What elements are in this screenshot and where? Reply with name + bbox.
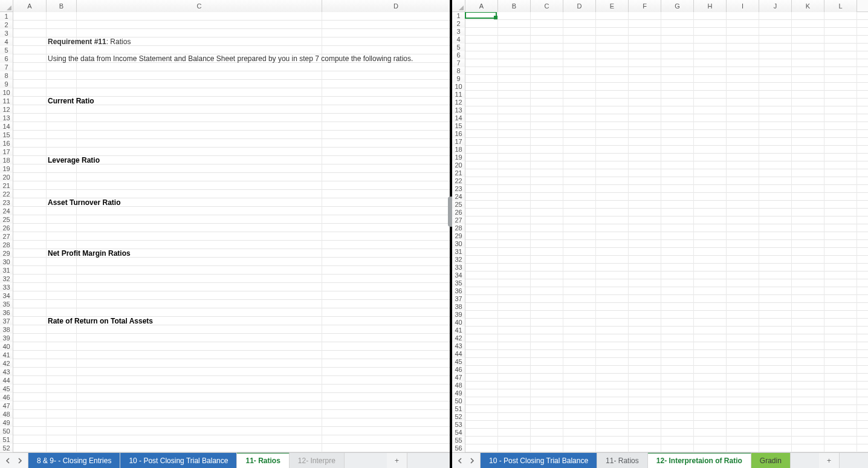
cell-A23[interactable] (465, 185, 498, 193)
cell-J22[interactable] (759, 177, 792, 185)
cell-J38[interactable] (759, 303, 792, 311)
row-header-27[interactable]: 27 (0, 232, 13, 241)
cell-B26[interactable] (47, 224, 77, 232)
cell-E19[interactable] (596, 154, 629, 161)
cell-L28[interactable] (824, 224, 857, 232)
cell-I22[interactable] (727, 177, 759, 185)
cell-K53[interactable] (792, 421, 824, 429)
cell-D20[interactable] (322, 173, 450, 181)
cell-I4[interactable] (727, 36, 759, 44)
cell-J41[interactable] (759, 327, 792, 334)
cell-E11[interactable] (596, 91, 629, 99)
cell-E51[interactable] (596, 405, 629, 413)
cell-C44[interactable] (531, 350, 563, 358)
cell-D32[interactable] (563, 256, 596, 264)
cell-I50[interactable] (727, 397, 759, 405)
cell-B31[interactable] (498, 248, 531, 256)
row-header-31[interactable]: 31 (0, 266, 13, 275)
cell-D15[interactable] (563, 122, 596, 130)
cell-J21[interactable] (759, 169, 792, 177)
cell-A50[interactable] (13, 427, 47, 435)
cell-C11[interactable] (531, 91, 563, 99)
cell-F8[interactable] (629, 67, 661, 75)
cell-B9[interactable] (498, 75, 531, 83)
cell-B5[interactable] (498, 44, 531, 51)
cell-C33[interactable] (531, 264, 563, 271)
cell-D5[interactable] (322, 46, 450, 54)
cell-F21[interactable] (629, 169, 661, 177)
cell-J13[interactable] (759, 106, 792, 114)
cell-I40[interactable] (727, 319, 759, 327)
cell-L6[interactable] (824, 51, 857, 59)
cell-F23[interactable] (629, 185, 661, 193)
cell-K5[interactable] (792, 44, 824, 51)
cell-F27[interactable] (629, 216, 661, 224)
col-header-G[interactable]: G (661, 0, 694, 12)
cell-A52[interactable] (13, 444, 47, 452)
cell-G21[interactable] (661, 169, 694, 177)
cell-B2[interactable] (47, 21, 77, 29)
cell-D13[interactable] (322, 114, 450, 122)
row-header-23[interactable]: 23 (0, 198, 13, 207)
cell-D40[interactable] (563, 319, 596, 327)
cell-B30[interactable] (47, 258, 77, 266)
cell-D24[interactable] (322, 207, 450, 215)
col-header-C[interactable]: C (77, 0, 322, 12)
cell-A55[interactable] (465, 437, 498, 444)
cell-G10[interactable] (661, 83, 694, 91)
cell-B15[interactable] (47, 131, 77, 139)
cell-H32[interactable] (694, 256, 727, 264)
row-header-22[interactable]: 22 (452, 177, 465, 185)
cell-A44[interactable] (465, 350, 498, 358)
cell-F18[interactable] (629, 146, 661, 154)
cell-J25[interactable] (759, 201, 792, 209)
cell-D3[interactable] (322, 29, 450, 37)
cell-J47[interactable] (759, 374, 792, 382)
cell-A9[interactable] (13, 80, 47, 88)
cell-F26[interactable] (629, 209, 661, 216)
cell-G39[interactable] (661, 311, 694, 319)
cell-J19[interactable] (759, 154, 792, 161)
cell-A8[interactable] (13, 71, 47, 80)
cell-G52[interactable] (661, 413, 694, 421)
cell-C5[interactable] (531, 44, 563, 51)
cell-L24[interactable] (824, 193, 857, 201)
cell-B21[interactable] (498, 169, 531, 177)
cell-I48[interactable] (727, 382, 759, 389)
row-header-14[interactable]: 14 (452, 114, 465, 122)
cell-E7[interactable] (596, 59, 629, 67)
cell-D46[interactable] (563, 366, 596, 374)
row-header-8[interactable]: 8 (0, 71, 13, 80)
cell-G34[interactable] (661, 271, 694, 279)
col-header-A[interactable]: A (465, 0, 498, 12)
cell-H7[interactable] (694, 59, 727, 67)
cell-D18[interactable] (322, 156, 450, 164)
row-header-28[interactable]: 28 (0, 241, 13, 249)
cell-J34[interactable] (759, 271, 792, 279)
row-header-55[interactable]: 55 (452, 437, 465, 444)
row-header-17[interactable]: 17 (0, 148, 13, 156)
cell-I46[interactable] (727, 366, 759, 374)
cell-D41[interactable] (322, 351, 450, 359)
cell-A42[interactable] (13, 359, 47, 368)
cell-C41[interactable] (77, 351, 322, 359)
cell-H17[interactable] (694, 138, 727, 146)
cell-J45[interactable] (759, 358, 792, 366)
cell-L35[interactable] (824, 279, 857, 287)
cell-A13[interactable] (465, 106, 498, 114)
cell-H53[interactable] (694, 421, 727, 429)
cell-H48[interactable] (694, 382, 727, 389)
cell-G1[interactable] (661, 12, 694, 20)
cell-A28[interactable] (465, 224, 498, 232)
cell-I41[interactable] (727, 327, 759, 334)
cell-E39[interactable] (596, 311, 629, 319)
row-header-32[interactable]: 32 (0, 275, 13, 283)
cell-D2[interactable] (322, 21, 450, 29)
cell-C2[interactable] (531, 20, 563, 28)
cell-H51[interactable] (694, 405, 727, 413)
cell-C6[interactable] (531, 51, 563, 59)
cell-B55[interactable] (498, 437, 531, 444)
cell-B12[interactable] (498, 99, 531, 106)
cell-A33[interactable] (13, 283, 47, 291)
cell-H13[interactable] (694, 106, 727, 114)
